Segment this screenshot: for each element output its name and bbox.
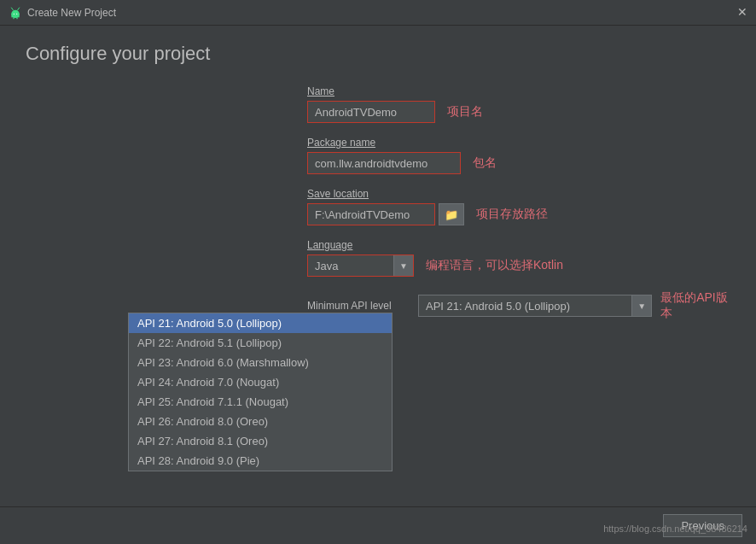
api-option-6[interactable]: API 27: Android 8.1 (Oreo): [129, 431, 392, 451]
location-input[interactable]: [307, 203, 435, 225]
form-section: Name 项目名 Package name 包名 Save location 📁: [26, 85, 730, 277]
name-annotation: 项目名: [447, 104, 483, 120]
chevron-down-icon: ▼: [399, 261, 408, 271]
api-dropdown-input[interactable]: [419, 296, 631, 316]
svg-point-7: [16, 13, 17, 14]
language-annotation: 编程语言，可以选择Kotlin: [426, 258, 563, 273]
api-label: Minimum API level: [307, 300, 410, 312]
name-input-row: 项目名: [307, 101, 730, 123]
location-row: 📁: [307, 203, 464, 225]
package-label: Package name: [307, 137, 730, 149]
api-option-2[interactable]: API 23: Android 6.0 (Marshmallow): [129, 353, 392, 372]
api-dropdown-button[interactable]: ▼: [631, 295, 651, 316]
package-input-row: 包名: [307, 152, 730, 174]
language-input-row: ▼ 编程语言，可以选择Kotlin: [307, 254, 730, 277]
name-field-row: Name 项目名: [307, 85, 730, 123]
footer: Previous https://blog.csdn.net/qq_384362…: [0, 506, 756, 544]
location-input-row: 📁 项目存放路径: [307, 203, 730, 225]
name-input[interactable]: [307, 101, 435, 123]
language-label: Language: [307, 239, 730, 251]
api-annotation: 最低的API版本: [660, 290, 730, 321]
title-bar-text: Create New Project: [27, 7, 116, 19]
android-icon: [9, 6, 22, 20]
location-field-row: Save location 📁 项目存放路径: [307, 188, 730, 225]
language-wrapper: ▼: [307, 254, 414, 277]
page-title: Configure your project: [26, 43, 730, 65]
watermark: https://blog.csdn.net/qq_38436214: [603, 524, 747, 534]
api-dropdown-wrapper: ▼: [418, 295, 652, 317]
svg-rect-1: [11, 13, 19, 17]
api-option-0[interactable]: API 21: Android 5.0 (Lollipop): [129, 313, 392, 333]
api-option-4[interactable]: API 25: Android 7.1.1 (Nougat): [129, 392, 392, 412]
close-button[interactable]: ✕: [737, 6, 747, 18]
api-option-3[interactable]: API 24: Android 7.0 (Nougat): [129, 372, 392, 392]
package-annotation: 包名: [473, 155, 497, 171]
svg-point-6: [14, 13, 15, 14]
name-label: Name: [307, 85, 730, 97]
chevron-down-icon: ▼: [637, 301, 646, 311]
language-dropdown-button[interactable]: ▼: [393, 255, 413, 276]
svg-rect-3: [16, 17, 17, 19]
api-dropdown-list: API 21: Android 5.0 (Lollipop) API 22: A…: [128, 313, 393, 471]
language-field-row: Language ▼ 编程语言，可以选择Kotlin: [307, 239, 730, 277]
browse-button[interactable]: 📁: [439, 203, 464, 225]
location-label: Save location: [307, 188, 730, 200]
package-input[interactable]: [307, 152, 461, 174]
svg-line-5: [18, 8, 20, 10]
location-annotation: 项目存放路径: [476, 207, 548, 222]
svg-rect-2: [13, 17, 14, 19]
api-option-1[interactable]: API 22: Android 5.1 (Lollipop): [129, 333, 392, 353]
language-input[interactable]: [308, 256, 393, 276]
main-content: Configure your project Name 项目名 Package …: [0, 26, 756, 544]
package-field-row: Package name 包名: [307, 137, 730, 174]
svg-line-4: [11, 8, 13, 10]
title-bar: Create New Project ✕: [0, 0, 756, 26]
api-option-7[interactable]: API 28: Android 9.0 (Pie): [129, 451, 392, 471]
api-option-5[interactable]: API 26: Android 8.0 (Oreo): [129, 412, 392, 431]
